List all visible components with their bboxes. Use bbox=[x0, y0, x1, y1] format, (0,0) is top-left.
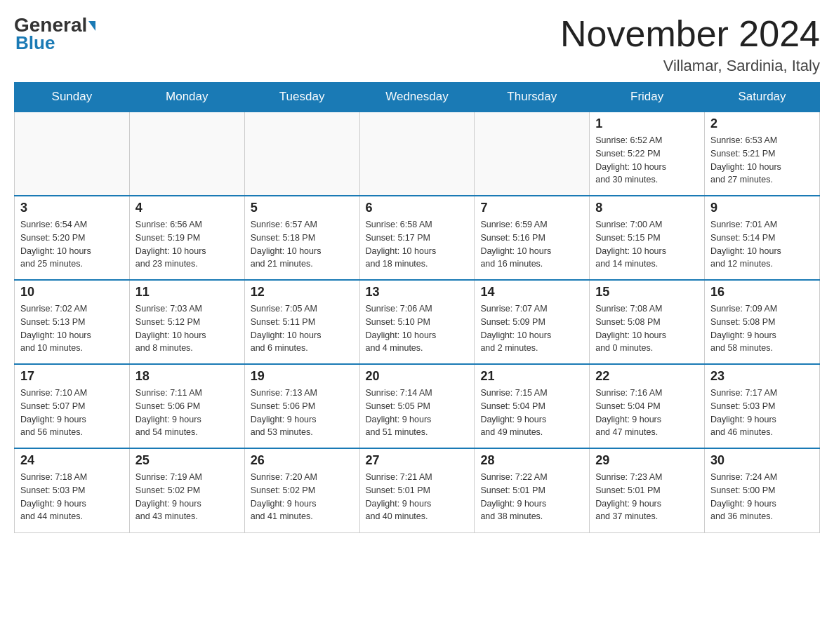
day-info: Sunrise: 7:11 AMSunset: 5:06 PMDaylight:… bbox=[135, 387, 239, 439]
calendar-header-monday: Monday bbox=[129, 83, 244, 112]
calendar-cell bbox=[244, 112, 359, 196]
page-header: General Blue November 2024 Villamar, Sar… bbox=[14, 14, 820, 75]
location: Villamar, Sardinia, Italy bbox=[560, 57, 820, 75]
calendar-cell bbox=[129, 112, 244, 196]
day-number: 22 bbox=[595, 369, 699, 384]
day-number: 9 bbox=[710, 201, 814, 215]
week-row-1: 1Sunrise: 6:52 AMSunset: 5:22 PMDaylight… bbox=[15, 112, 820, 196]
day-number: 12 bbox=[251, 285, 354, 300]
calendar-cell: 14Sunrise: 7:07 AMSunset: 5:09 PMDayligh… bbox=[475, 280, 590, 364]
calendar-cell: 26Sunrise: 7:20 AMSunset: 5:02 PMDayligh… bbox=[244, 448, 359, 532]
day-number: 10 bbox=[20, 285, 124, 300]
day-number: 13 bbox=[366, 285, 469, 300]
day-info: Sunrise: 6:54 AMSunset: 5:20 PMDaylight:… bbox=[20, 218, 124, 271]
calendar-cell: 2Sunrise: 6:53 AMSunset: 5:21 PMDaylight… bbox=[705, 112, 820, 196]
calendar-cell: 7Sunrise: 6:59 AMSunset: 5:16 PMDaylight… bbox=[475, 196, 590, 280]
day-number: 4 bbox=[135, 201, 239, 215]
calendar-cell: 4Sunrise: 6:56 AMSunset: 5:19 PMDaylight… bbox=[129, 196, 244, 280]
calendar-cell: 27Sunrise: 7:21 AMSunset: 5:01 PMDayligh… bbox=[359, 448, 475, 532]
calendar: SundayMondayTuesdayWednesdayThursdayFrid… bbox=[14, 82, 820, 533]
calendar-cell: 5Sunrise: 6:57 AMSunset: 5:18 PMDaylight… bbox=[244, 196, 359, 280]
day-number: 28 bbox=[480, 453, 583, 468]
calendar-cell: 9Sunrise: 7:01 AMSunset: 5:14 PMDaylight… bbox=[705, 196, 820, 280]
day-info: Sunrise: 7:23 AMSunset: 5:01 PMDaylight:… bbox=[595, 471, 699, 523]
calendar-cell: 29Sunrise: 7:23 AMSunset: 5:01 PMDayligh… bbox=[590, 448, 705, 532]
day-number: 3 bbox=[20, 201, 124, 215]
day-info: Sunrise: 7:07 AMSunset: 5:09 PMDaylight:… bbox=[480, 302, 583, 355]
day-info: Sunrise: 6:52 AMSunset: 5:22 PMDaylight:… bbox=[595, 134, 699, 187]
day-info: Sunrise: 7:03 AMSunset: 5:12 PMDaylight:… bbox=[135, 302, 239, 355]
day-number: 30 bbox=[710, 453, 814, 468]
calendar-header-friday: Friday bbox=[590, 83, 705, 112]
day-number: 26 bbox=[251, 453, 354, 468]
logo-blue-text: Blue bbox=[15, 32, 55, 54]
day-info: Sunrise: 7:19 AMSunset: 5:02 PMDaylight:… bbox=[135, 471, 239, 523]
day-number: 24 bbox=[20, 453, 124, 468]
calendar-cell: 17Sunrise: 7:10 AMSunset: 5:07 PMDayligh… bbox=[15, 364, 130, 448]
day-number: 6 bbox=[366, 201, 469, 215]
day-number: 17 bbox=[20, 369, 124, 384]
calendar-cell: 15Sunrise: 7:08 AMSunset: 5:08 PMDayligh… bbox=[590, 280, 705, 364]
day-info: Sunrise: 7:00 AMSunset: 5:15 PMDaylight:… bbox=[595, 218, 699, 271]
day-info: Sunrise: 7:24 AMSunset: 5:00 PMDaylight:… bbox=[710, 471, 814, 523]
day-info: Sunrise: 7:05 AMSunset: 5:11 PMDaylight:… bbox=[251, 302, 354, 355]
day-info: Sunrise: 6:59 AMSunset: 5:16 PMDaylight:… bbox=[480, 218, 583, 271]
calendar-cell: 8Sunrise: 7:00 AMSunset: 5:15 PMDaylight… bbox=[590, 196, 705, 280]
day-info: Sunrise: 7:14 AMSunset: 5:05 PMDaylight:… bbox=[366, 387, 469, 439]
calendar-cell: 28Sunrise: 7:22 AMSunset: 5:01 PMDayligh… bbox=[475, 448, 590, 532]
calendar-cell: 13Sunrise: 7:06 AMSunset: 5:10 PMDayligh… bbox=[359, 280, 475, 364]
day-number: 27 bbox=[366, 453, 469, 468]
day-number: 15 bbox=[595, 285, 699, 300]
day-number: 7 bbox=[480, 201, 583, 215]
day-info: Sunrise: 7:17 AMSunset: 5:03 PMDaylight:… bbox=[710, 387, 814, 439]
title-section: November 2024 Villamar, Sardinia, Italy bbox=[560, 14, 820, 75]
day-number: 5 bbox=[251, 201, 354, 215]
calendar-cell bbox=[15, 112, 130, 196]
calendar-header-sunday: Sunday bbox=[15, 83, 130, 112]
day-number: 25 bbox=[135, 453, 239, 468]
day-number: 8 bbox=[595, 201, 699, 215]
month-title: November 2024 bbox=[560, 14, 820, 54]
day-number: 2 bbox=[710, 116, 814, 131]
day-info: Sunrise: 7:22 AMSunset: 5:01 PMDaylight:… bbox=[480, 471, 583, 523]
day-info: Sunrise: 7:01 AMSunset: 5:14 PMDaylight:… bbox=[710, 218, 814, 271]
day-number: 16 bbox=[710, 285, 814, 300]
day-number: 11 bbox=[135, 285, 239, 300]
calendar-cell: 25Sunrise: 7:19 AMSunset: 5:02 PMDayligh… bbox=[129, 448, 244, 532]
day-info: Sunrise: 7:21 AMSunset: 5:01 PMDaylight:… bbox=[366, 471, 469, 523]
calendar-cell: 20Sunrise: 7:14 AMSunset: 5:05 PMDayligh… bbox=[359, 364, 475, 448]
day-info: Sunrise: 7:16 AMSunset: 5:04 PMDaylight:… bbox=[595, 387, 699, 439]
calendar-cell bbox=[475, 112, 590, 196]
calendar-cell: 6Sunrise: 6:58 AMSunset: 5:17 PMDaylight… bbox=[359, 196, 475, 280]
day-info: Sunrise: 6:56 AMSunset: 5:19 PMDaylight:… bbox=[135, 218, 239, 271]
day-number: 19 bbox=[251, 369, 354, 384]
calendar-cell: 16Sunrise: 7:09 AMSunset: 5:08 PMDayligh… bbox=[705, 280, 820, 364]
calendar-header-tuesday: Tuesday bbox=[244, 83, 359, 112]
day-info: Sunrise: 6:53 AMSunset: 5:21 PMDaylight:… bbox=[710, 134, 814, 187]
calendar-cell: 23Sunrise: 7:17 AMSunset: 5:03 PMDayligh… bbox=[705, 364, 820, 448]
day-info: Sunrise: 7:18 AMSunset: 5:03 PMDaylight:… bbox=[20, 471, 124, 523]
day-info: Sunrise: 7:20 AMSunset: 5:02 PMDaylight:… bbox=[251, 471, 354, 523]
calendar-cell: 1Sunrise: 6:52 AMSunset: 5:22 PMDaylight… bbox=[590, 112, 705, 196]
calendar-header-thursday: Thursday bbox=[475, 83, 590, 112]
logo-arrow-icon bbox=[88, 21, 95, 31]
calendar-cell bbox=[359, 112, 475, 196]
day-number: 20 bbox=[366, 369, 469, 384]
day-info: Sunrise: 6:57 AMSunset: 5:18 PMDaylight:… bbox=[251, 218, 354, 271]
week-row-3: 10Sunrise: 7:02 AMSunset: 5:13 PMDayligh… bbox=[15, 280, 820, 364]
day-info: Sunrise: 7:02 AMSunset: 5:13 PMDaylight:… bbox=[20, 302, 124, 355]
logo: General Blue bbox=[14, 14, 95, 54]
calendar-cell: 19Sunrise: 7:13 AMSunset: 5:06 PMDayligh… bbox=[244, 364, 359, 448]
calendar-cell: 18Sunrise: 7:11 AMSunset: 5:06 PMDayligh… bbox=[129, 364, 244, 448]
calendar-cell: 12Sunrise: 7:05 AMSunset: 5:11 PMDayligh… bbox=[244, 280, 359, 364]
calendar-cell: 10Sunrise: 7:02 AMSunset: 5:13 PMDayligh… bbox=[15, 280, 130, 364]
day-info: Sunrise: 7:10 AMSunset: 5:07 PMDaylight:… bbox=[20, 387, 124, 439]
calendar-cell: 30Sunrise: 7:24 AMSunset: 5:00 PMDayligh… bbox=[705, 448, 820, 532]
day-number: 14 bbox=[480, 285, 583, 300]
day-info: Sunrise: 6:58 AMSunset: 5:17 PMDaylight:… bbox=[366, 218, 469, 271]
day-info: Sunrise: 7:08 AMSunset: 5:08 PMDaylight:… bbox=[595, 302, 699, 355]
calendar-header-saturday: Saturday bbox=[705, 83, 820, 112]
calendar-cell: 11Sunrise: 7:03 AMSunset: 5:12 PMDayligh… bbox=[129, 280, 244, 364]
week-row-5: 24Sunrise: 7:18 AMSunset: 5:03 PMDayligh… bbox=[15, 448, 820, 532]
calendar-header-row: SundayMondayTuesdayWednesdayThursdayFrid… bbox=[15, 83, 820, 112]
